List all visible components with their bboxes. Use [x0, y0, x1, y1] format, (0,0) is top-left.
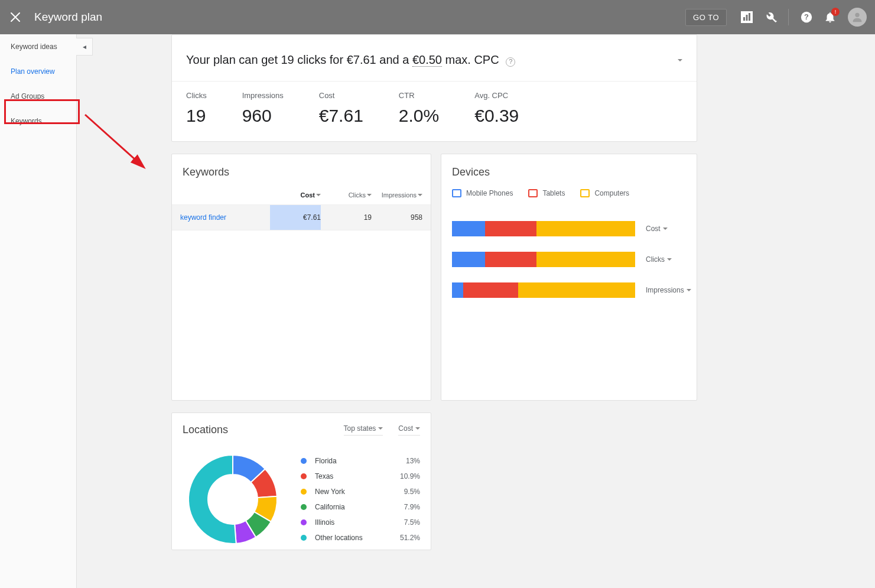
metric-cost: Cost€7.61	[319, 91, 363, 126]
avatar[interactable]	[848, 8, 867, 27]
bar-label-dropdown[interactable]: Cost	[646, 225, 668, 233]
svg-rect-2	[746, 15, 748, 21]
svg-point-6	[855, 13, 859, 17]
legend-item-mobile-phones: Mobile Phones	[452, 189, 513, 197]
help-tooltip-icon[interactable]: ?	[506, 57, 515, 67]
dropdown-top-states[interactable]: Top states	[344, 424, 383, 436]
keyword-link[interactable]: keyword finder	[180, 213, 270, 222]
device-bar-row-clicks: Clicks	[452, 252, 686, 267]
reports-icon[interactable]	[740, 10, 754, 24]
col-header-impressions[interactable]: Impressions	[372, 191, 422, 199]
sidebar-item-plan-overview[interactable]: Plan overview	[0, 59, 76, 84]
goto-button[interactable]: GO TO	[685, 9, 727, 26]
sidebar: ◂ Keyword ideasPlan overviewAd GroupsKey…	[0, 34, 77, 588]
col-header-clicks[interactable]: Clicks	[321, 191, 372, 199]
svg-rect-3	[749, 13, 750, 21]
location-row-illinois: Illinois7.5%	[301, 515, 420, 530]
legend-item-computers: Computers	[580, 189, 629, 197]
keywords-card: Keywords Cost Clicks Impressions keyword…	[171, 154, 431, 401]
sidebar-item-keywords[interactable]: Keywords	[0, 109, 76, 134]
svg-text:?: ?	[804, 12, 809, 21]
svg-rect-1	[743, 17, 745, 21]
metric-avg-cpc: Avg. CPC€0.39	[474, 91, 519, 126]
metric-impressions: Impressions960	[242, 91, 284, 126]
table-row[interactable]: keyword finder €7.61 19 958	[172, 205, 431, 230]
locations-donut-chart	[183, 449, 283, 550]
metric-ctr: CTR2.0%	[399, 91, 439, 126]
sidebar-item-ad-groups[interactable]: Ad Groups	[0, 84, 76, 109]
col-header-cost[interactable]: Cost	[270, 191, 321, 199]
bar-label-dropdown[interactable]: Impressions	[646, 286, 691, 294]
card-title-locations: Locations	[183, 424, 328, 436]
header: Keyword plan GO TO ? !	[0, 0, 875, 34]
metric-clicks: Clicks19	[186, 91, 207, 126]
dropdown-cost[interactable]: Cost	[398, 424, 420, 436]
locations-card: Locations Top states Cost Florida13%Texa…	[171, 412, 431, 550]
plan-forecast-card: Your plan can get 19 clicks for €7.61 an…	[171, 34, 697, 142]
location-row-other-locations: Other locations51.2%	[301, 530, 420, 545]
help-icon[interactable]: ?	[799, 10, 814, 24]
tools-icon[interactable]	[763, 10, 778, 24]
expand-card-icon[interactable]	[678, 56, 682, 64]
bar-label-dropdown[interactable]: Clicks	[646, 255, 672, 264]
devices-card: Devices Mobile PhonesTabletsComputers Co…	[441, 154, 697, 401]
location-row-florida: Florida13%	[301, 453, 420, 469]
page-title: Keyword plan	[34, 11, 102, 24]
card-title-keywords: Keywords	[172, 154, 431, 181]
close-icon[interactable]	[8, 10, 22, 24]
card-title-devices: Devices	[441, 154, 697, 181]
sidebar-item-keyword-ideas[interactable]: Keyword ideas	[0, 34, 76, 59]
legend-item-tablets: Tablets	[528, 189, 565, 197]
location-row-texas: Texas10.9%	[301, 469, 420, 484]
location-row-california: California7.9%	[301, 499, 420, 515]
notification-badge: !	[831, 8, 840, 16]
notifications-icon[interactable]: !	[823, 10, 837, 24]
device-bar-row-cost: Cost	[452, 221, 686, 236]
collapse-sidebar-icon[interactable]: ◂	[76, 38, 93, 56]
device-bar-row-impressions: Impressions	[452, 282, 686, 298]
plan-summary-text: Your plan can get 19 clicks for €7.61 an…	[186, 50, 515, 69]
location-row-new-york: New York9.5%	[301, 484, 420, 499]
